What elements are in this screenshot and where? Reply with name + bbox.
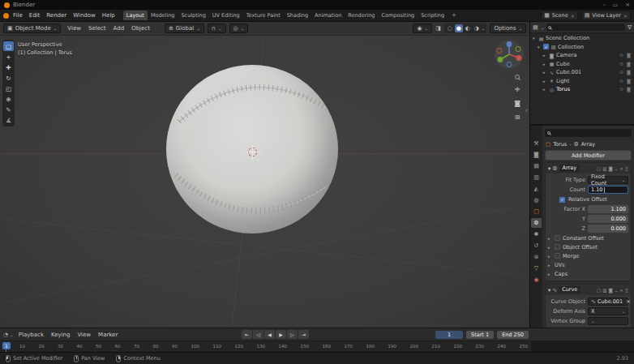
playhead[interactable]: 1: [2, 342, 11, 349]
modifier-name-field[interactable]: Array: [559, 165, 580, 172]
proportional-edit-dropdown[interactable]: ◎ ⌄: [229, 24, 249, 33]
menu-item[interactable]: File: [10, 11, 26, 19]
properties-tab[interactable]: ▽: [531, 263, 542, 273]
eye-toggle-icon[interactable]: ⊙: [619, 87, 624, 92]
outliner-editor-icon[interactable]: ▤: [533, 24, 538, 31]
breadcrumb-object[interactable]: Torus: [553, 141, 567, 148]
wireframe-shading-button[interactable]: ○: [446, 24, 454, 32]
tool-button[interactable]: ◰: [3, 84, 14, 93]
merge-checkbox[interactable]: [555, 253, 560, 259]
outliner-row-light[interactable]: ▸ ☀ Light ⊙ ◙: [530, 77, 634, 86]
close-button[interactable]: ×: [625, 2, 630, 8]
orientation-dropdown[interactable]: ⊕ Global ⌄: [165, 24, 204, 33]
disclosure-triangle-icon[interactable]: ▸: [543, 87, 547, 92]
add-modifier-button[interactable]: Add Modifier: [545, 150, 632, 161]
material-shading-button[interactable]: ◐: [464, 24, 472, 32]
extras-menu-icon[interactable]: ⌄: [615, 166, 619, 171]
properties-tab[interactable]: ▤: [531, 161, 542, 171]
delete-modifier-icon[interactable]: ×: [619, 166, 623, 171]
disclosure-triangle-icon[interactable]: ▸: [543, 70, 547, 75]
render-visibility-icon[interactable]: ◙: [626, 70, 632, 75]
workspace-tab[interactable]: Scripting: [418, 11, 448, 20]
collapse-triangle-icon[interactable]: ▾: [548, 287, 550, 293]
disclosure-triangle-icon[interactable]: ▸: [543, 62, 547, 66]
factor-x-field[interactable]: 1.100: [588, 205, 628, 213]
object-offset-checkbox[interactable]: [555, 244, 560, 250]
outliner-row-collection[interactable]: ▾ ✓ ▨ Collection: [530, 43, 634, 52]
render-visibility-icon[interactable]: ◙: [626, 87, 632, 92]
render-display-icon[interactable]: ◙: [608, 288, 612, 293]
fit-type-dropdown[interactable]: Fixed Count ⌄: [588, 176, 628, 184]
realtime-display-icon[interactable]: ▥: [602, 288, 606, 293]
options-dropdown[interactable]: Options ⌄: [490, 24, 526, 33]
modifier-name-field[interactable]: Curve: [559, 286, 580, 293]
count-field[interactable]: 1.10: [588, 186, 628, 194]
workspace-tab[interactable]: Animation: [311, 11, 345, 20]
properties-tab[interactable]: ⊛: [531, 252, 542, 262]
tool-button[interactable]: ✎: [3, 105, 14, 114]
zoom-icon[interactable]: [515, 75, 520, 79]
realtime-display-icon[interactable]: ▥: [602, 166, 606, 171]
collapse-triangle-icon[interactable]: ▾: [548, 165, 550, 172]
tool-button[interactable]: ✚: [3, 62, 14, 72]
transport-button[interactable]: ◀: [264, 330, 275, 339]
deform-axis-dropdown[interactable]: X ⌄: [588, 307, 628, 315]
timeline-ruler[interactable]: 1020304050607080901001101201301401501601…: [0, 340, 634, 352]
workspace-tab[interactable]: Compositing: [378, 11, 418, 20]
eye-toggle-icon[interactable]: ⊙: [619, 79, 624, 84]
perspective-toggle-icon[interactable]: ⊞: [515, 113, 520, 121]
mode-dropdown[interactable]: ▣ Object Mode ⌄: [3, 24, 61, 33]
scene-selector[interactable]: ▦ Scene ×: [541, 11, 577, 20]
disclosure-triangle-icon[interactable]: ▸: [543, 79, 547, 84]
outliner-row-cube[interactable]: ▸ ▦ Cube ⊙ ◙: [530, 60, 634, 69]
unlink-scene-icon[interactable]: ×: [571, 13, 575, 19]
menu-item[interactable]: Keying: [48, 331, 74, 339]
menu-item[interactable]: Edit: [26, 11, 44, 19]
render-visibility-icon[interactable]: ◙: [626, 79, 632, 84]
tool-button[interactable]: ∡: [3, 115, 14, 125]
menu-item[interactable]: Render: [43, 11, 70, 19]
menu-item[interactable]: Select: [85, 24, 109, 32]
properties-tab[interactable]: □: [531, 207, 542, 216]
outliner-row-camera[interactable]: ▸ ◙ Camera ⊙ ◙: [530, 51, 634, 60]
filter-icon[interactable]: ∇: [628, 24, 632, 31]
menu-item[interactable]: Window: [70, 11, 99, 19]
eye-toggle-icon[interactable]: ⊙: [619, 70, 624, 75]
transport-button[interactable]: ⇤: [242, 330, 252, 339]
workspace-tab[interactable]: Shading: [284, 11, 311, 20]
camera-view-icon[interactable]: ◙: [514, 100, 520, 107]
properties-search-input[interactable]: [545, 129, 632, 137]
outliner-search-input[interactable]: [546, 24, 625, 31]
tool-button[interactable]: +: [3, 52, 14, 62]
disclosure-triangle-icon[interactable]: ▾: [538, 45, 542, 49]
view-layer-selector[interactable]: ▤ View Layer ×: [581, 11, 631, 20]
workspace-tab[interactable]: Rendering: [345, 11, 378, 20]
pan-hand-icon[interactable]: ✛: [515, 86, 520, 93]
remove-view-layer-icon[interactable]: ×: [623, 13, 628, 19]
add-workspace-button[interactable]: +: [448, 11, 460, 20]
outliner-row-cube-001[interactable]: ▸ ∿ Cube.001 ⊙ ◙: [530, 68, 634, 77]
caps-section[interactable]: ▸ Caps: [548, 269, 628, 278]
array-modifier-header[interactable]: ▾ ⚙ Array ▢ ▥ ◙ ⌄ × ⣿: [546, 163, 631, 173]
vertex-group-field[interactable]: ⌄: [588, 317, 628, 325]
show-overlays-dropdown[interactable]: ◉ ⌄: [413, 24, 432, 33]
workspace-tab[interactable]: Texture Paint: [243, 11, 284, 20]
current-frame-field[interactable]: 1: [435, 331, 463, 339]
maximize-button[interactable]: ▭: [613, 2, 619, 8]
timeline-editor-icon[interactable]: ◔: [3, 332, 8, 338]
properties-tab[interactable]: ◍: [531, 195, 542, 205]
delete-modifier-icon[interactable]: ×: [619, 288, 623, 293]
menu-item[interactable]: Help: [99, 11, 118, 19]
disclosure-triangle-icon[interactable]: ▾: [533, 36, 537, 41]
outliner-row-scene-collection[interactable]: ▾ ▤ Scene Collection: [530, 34, 634, 43]
eye-toggle-icon[interactable]: ⊙: [619, 62, 624, 66]
curve-modifier-header[interactable]: ▾ ∿ Curve ▢ ▥ ◙ ⌄ × ⣿: [546, 285, 631, 295]
properties-tab[interactable]: ◭: [531, 184, 542, 194]
blender-menu-icon[interactable]: [3, 13, 9, 19]
workspace-tab[interactable]: Layout: [123, 11, 148, 20]
drag-handle-icon[interactable]: ⣿: [625, 166, 628, 171]
constant-offset-checkbox[interactable]: [555, 235, 560, 241]
extras-menu-icon[interactable]: ⌄: [615, 288, 619, 293]
curve-object-field[interactable]: ∿ Cube.001 ×: [588, 298, 628, 306]
menu-item[interactable]: View: [74, 331, 94, 339]
